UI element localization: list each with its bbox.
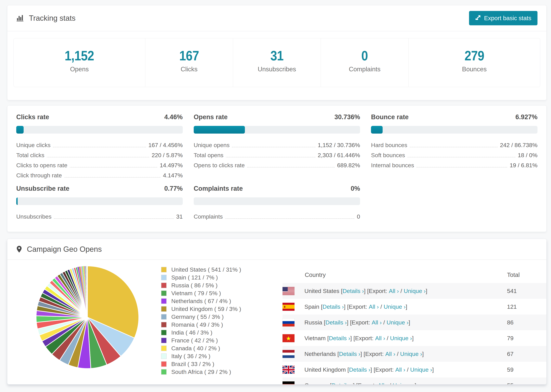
legend-item-india[interactable]: India ( 46 / 3% ) (161, 329, 264, 336)
details-link[interactable]: Details › (323, 303, 344, 310)
rate-detail-label: Total opens (194, 152, 224, 159)
details-link[interactable]: Details › (339, 351, 360, 357)
export-all-link[interactable]: All › (372, 319, 382, 326)
export-unique-link[interactable]: Unique › (410, 366, 432, 373)
campaign-geo-opens-title-text: Campaign Geo Opens (27, 245, 102, 253)
stat-value: 31 (270, 48, 283, 64)
row-text: Russia [ (304, 319, 325, 326)
row-text: / (399, 288, 404, 294)
legend-item-russia[interactable]: Russia ( 86 / 5% ) (161, 282, 264, 289)
rate-detail-value: 19 / 6.81% (509, 162, 537, 169)
row-text: Germany [ (304, 382, 332, 385)
legend-item-united-kingdom[interactable]: United Kingdom ( 59 / 3% ) (161, 306, 264, 312)
legend-item-germany[interactable]: Germany ( 55 / 3% ) (161, 314, 264, 320)
details-link[interactable]: Details › (349, 366, 370, 373)
row-total: 67 (498, 351, 546, 357)
geo-table-row-germany: Germany [Details ›] [Export: All › / Uni… (283, 378, 546, 385)
legend-swatch (161, 267, 167, 273)
rate-detail-row: Hard bounces242 / 86.738% (371, 140, 537, 151)
dotted-leader (53, 147, 146, 147)
dotted-leader (47, 157, 149, 157)
details-link[interactable]: Details › (332, 382, 353, 385)
export-unique-link[interactable]: Unique › (400, 351, 422, 357)
dotted-leader (70, 167, 157, 168)
legend-item-spain[interactable]: Spain ( 121 / 7% ) (161, 274, 264, 281)
legend-item-netherlands[interactable]: Netherlands ( 67 / 4% ) (161, 298, 264, 304)
export-unique-link[interactable]: Unique › (393, 382, 415, 385)
row-text: ] [Export: (353, 382, 378, 385)
geo-opens-pie-chart[interactable] (34, 264, 141, 370)
dotted-leader (407, 157, 516, 157)
rate-value: 0% (351, 185, 360, 192)
legend-label: Russia ( 86 / 5% ) (171, 282, 218, 289)
export-all-link[interactable]: All › (385, 351, 395, 357)
united-states-flag-icon (283, 287, 295, 295)
legend-swatch (161, 322, 167, 328)
tracking-stats-header: Tracking stats Export basic stats (7, 5, 546, 31)
rate-detail-value: 689.82% (337, 162, 360, 169)
row-text: Spain [ (304, 303, 323, 310)
pie-slice-other[interactable] (87, 266, 87, 317)
legend-item-brazil[interactable]: Brazil ( 33 / 2% ) (161, 361, 264, 367)
campaign-geo-opens-card: Campaign Geo Opens United States ( 541 /… (7, 239, 547, 385)
row-total: 121 (498, 303, 546, 310)
export-unique-link[interactable]: Unique › (384, 303, 406, 310)
export-basic-stats-label: Export basic stats (484, 15, 531, 21)
export-all-link[interactable]: All › (375, 335, 385, 342)
stat-value: 1,152 (65, 48, 94, 64)
legend-item-france[interactable]: France ( 42 / 2% ) (161, 337, 264, 344)
legend-label: United States ( 541 / 31% ) (171, 266, 241, 273)
dotted-leader (226, 157, 315, 157)
netherlands-flag-icon (283, 350, 295, 358)
rate-value: 6.927% (516, 113, 537, 121)
export-unique-link[interactable]: Unique › (390, 335, 412, 342)
vietnam-flag-icon (283, 334, 295, 342)
rate-detail-value: 220 / 5.87% (152, 152, 183, 159)
legend-item-romania[interactable]: Romania ( 49 / 3% ) (161, 321, 264, 328)
legend-item-canada[interactable]: Canada ( 40 / 2% ) (161, 345, 264, 352)
rate-detail-label: Unsubscribes (16, 213, 51, 220)
legend-label: Spain ( 121 / 7% ) (171, 274, 218, 281)
legend-label: United Kingdom ( 59 / 3% ) (171, 306, 241, 312)
legend-item-italy[interactable]: Italy ( 36 / 2% ) (161, 353, 264, 359)
details-link[interactable]: Details › (325, 319, 347, 326)
export-unique-link[interactable]: Unique › (387, 319, 409, 326)
stat-value: 167 (179, 48, 199, 64)
rate-detail-label: Unique opens (194, 142, 230, 148)
rate-progress-fill (16, 126, 24, 133)
row-text: ] [Export: (347, 319, 372, 326)
tracking-stats-title-text: Tracking stats (29, 14, 76, 22)
legend-swatch (161, 345, 167, 351)
rate-section-complaints-rate: Complaints rate0%Complaints0 (194, 185, 360, 222)
row-text: Netherlands [ (304, 351, 339, 357)
rate-detail-value: 18 / 0% (518, 152, 537, 159)
export-unique-link[interactable]: Unique › (404, 288, 426, 294)
export-all-link[interactable]: All › (369, 303, 379, 310)
export-all-link[interactable]: All › (395, 366, 405, 373)
row-total: 55 (498, 382, 546, 385)
row-text: ] [Export: (344, 303, 369, 310)
dotted-leader (247, 167, 335, 168)
rate-detail-value: 14.497% (160, 162, 183, 169)
rate-detail-row: Unsubscribes31 (16, 212, 183, 222)
legend-item-south-africa[interactable]: South Africa ( 29 / 2% ) (161, 369, 264, 375)
stat-value: 0 (361, 48, 368, 64)
rate-detail-row: Total opens2,303 / 61.446% (194, 151, 360, 161)
stat-label: Bounces (462, 66, 487, 73)
legend-label: Romania ( 49 / 3% ) (171, 321, 223, 328)
row-text: Vietnam [ (304, 335, 329, 342)
campaign-geo-opens-body: United States ( 541 / 31% )Spain ( 121 /… (7, 260, 546, 385)
dotted-leader (417, 167, 507, 168)
export-all-link[interactable]: All › (378, 382, 388, 385)
details-link[interactable]: Details › (343, 288, 364, 294)
details-link[interactable]: Details › (329, 335, 350, 342)
legend-label: India ( 46 / 3% ) (171, 329, 212, 336)
rate-value: 0.77% (164, 185, 183, 192)
rate-detail-row: Opens to clicks rate689.82% (194, 161, 360, 171)
export-all-link[interactable]: All › (389, 288, 399, 294)
legend-item-vietnam[interactable]: Vietnam ( 79 / 5% ) (161, 290, 264, 297)
rate-section-bounce-rate: Bounce rate6.927%Hard bounces242 / 86.73… (371, 113, 537, 181)
legend-item-united-states[interactable]: United States ( 541 / 31% ) (161, 266, 264, 273)
export-basic-stats-button[interactable]: Export basic stats (469, 11, 537, 25)
rate-value: 30.736% (334, 113, 360, 121)
